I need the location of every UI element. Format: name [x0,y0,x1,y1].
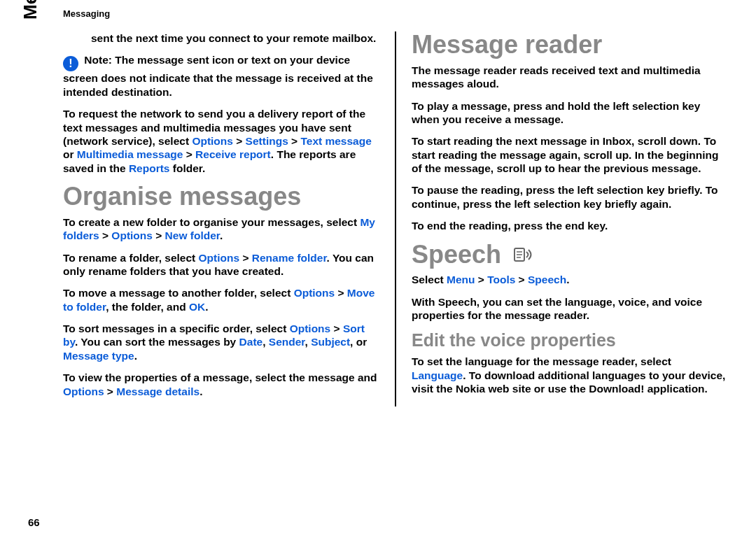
text: . [200,385,202,397]
para-note: ! Note: The message sent icon or text on… [63,53,379,99]
kw-tools: Tools [487,274,515,285]
para-reader-pause: To pause the reading, press the left sel… [412,183,728,211]
kw-options: Options [290,323,331,334]
text: To move a message to another folder, sel… [63,287,294,299]
text: To view the properties of a message, sel… [63,371,377,383]
kw-ok: OK [189,301,205,313]
para-sort-messages: To sort messages in a specific order, se… [63,322,379,362]
heading-organise-messages: Organise messages [63,183,379,210]
note-icon: ! [63,56,78,71]
speech-icon [512,243,533,262]
text: To rename a folder, select [63,252,199,264]
text: > [515,274,528,285]
heading-edit-voice-properties: Edit the voice properties [412,330,728,351]
heading-message-reader: Message reader [412,31,728,58]
para-speech-desc: With Speech, you can set the language, v… [412,295,728,323]
kw-rename-folder: Rename folder [252,252,327,264]
right-column: Message reader The message reader reads … [395,31,735,406]
para-reader-scroll: To start reading the next message in Inb… [412,134,728,175]
para-reader-end: To end the reading, press the end key. [412,219,728,232]
para-reader-play: To play a message, press and hold the le… [412,99,728,127]
heading-speech: Speech [412,241,728,268]
text: > [475,274,487,285]
text: > [233,135,246,147]
para-view-properties: To view the properties of a message, sel… [63,371,379,398]
kw-speech: Speech [528,274,566,285]
kw-menu: Menu [447,274,475,285]
text: , the folder, and [106,301,189,313]
para-speech-select: Select Menu > Tools > Speech. [412,273,728,286]
running-header: Messaging [63,8,735,19]
para-move-folder: To move a message to another folder, sel… [63,286,379,313]
kw-language: Language [412,369,463,381]
text: folder. [169,162,205,174]
text: To sort messages in a specific order, se… [63,323,290,334]
kw-subject: Subject [311,336,350,348]
kw-message-details: Message details [116,385,200,397]
text: . [566,274,569,285]
kw-options: Options [111,229,153,241]
text: > [335,287,347,299]
kw-date: Date [239,336,263,348]
heading-speech-label: Speech [412,240,501,269]
side-tab: Messaging [20,0,41,20]
kw-options: Options [192,135,233,147]
para-rename-folder: To rename a folder, select Options > Ren… [63,251,379,278]
text: . You can sort the messages by [75,336,239,348]
text: or [63,148,77,160]
text: > [99,229,112,241]
para-sent-next-time: sent the next time you connect to your r… [91,31,379,45]
kw-options: Options [199,252,240,264]
kw-receive-report: Receive report [195,148,271,160]
kw-message-type: Message type [63,350,134,362]
kw-multimedia-message: Multimedia message [77,148,183,160]
text: sent the next time you connect to your r… [91,32,376,44]
text: . [220,229,223,241]
para-language: To set the language for the message read… [412,355,728,395]
left-column: sent the next time you connect to your r… [49,31,395,406]
side-tab-label: Messaging [20,0,41,20]
kw-options: Options [294,287,335,299]
text: > [183,148,195,160]
kw-settings: Settings [246,135,288,147]
kw-reports: Reports [129,162,170,174]
text: . [205,301,208,313]
text: > [239,252,252,264]
text: Select [412,274,447,285]
content-columns: sent the next time you connect to your r… [49,31,735,406]
kw-options: Options [63,385,104,397]
note-label: Note: [84,54,112,66]
text: > [153,229,165,241]
kw-text-message: Text message [300,135,371,147]
text: > [288,135,301,147]
text: , or [350,336,367,348]
para-create-folder: To create a new folder to organise your … [63,215,379,243]
kw-sender: Sender [269,336,305,348]
text: To set the language for the message read… [412,355,671,367]
text: > [104,385,117,397]
text: . [134,350,137,362]
manual-page: Messaging Messaging 66 sent the next tim… [0,0,756,545]
para-reader-intro: The message reader reads received text a… [412,64,728,91]
text: To create a new folder to organise your … [63,216,360,228]
kw-new-folder: New folder [165,229,220,241]
page-number: 66 [28,516,40,528]
text: > [330,323,343,334]
para-delivery-report: To request the network to send you a del… [63,107,379,175]
